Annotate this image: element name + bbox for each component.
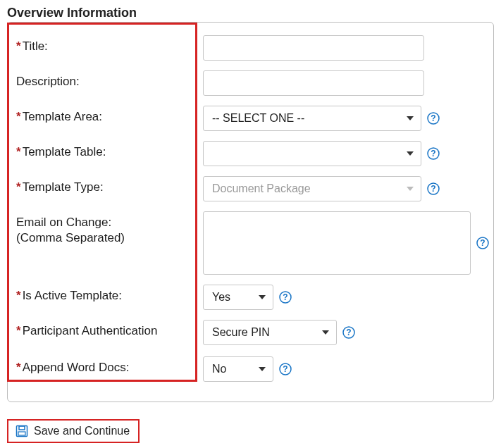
template-type-select: Document Package	[203, 176, 421, 201]
chevron-down-icon	[407, 151, 414, 156]
template-type-label: *Template Type:	[16, 176, 203, 194]
description-input[interactable]	[203, 70, 424, 96]
append-word-label: *Append Word Docs:	[16, 356, 203, 375]
save-and-continue-button[interactable]: Save and Continue	[7, 419, 140, 443]
page-heading: Overview Information	[7, 6, 494, 20]
email-on-change-help-icon[interactable]: ?	[476, 237, 489, 249]
is-active-help-icon[interactable]: ?	[279, 291, 292, 304]
participant-auth-label: *Participant Authentication	[16, 320, 203, 338]
svg-rect-16	[18, 432, 25, 435]
svg-rect-15	[19, 426, 25, 430]
template-table-select[interactable]	[203, 141, 421, 166]
svg-text:?: ?	[431, 113, 435, 123]
chevron-down-icon	[259, 367, 266, 371]
chevron-down-icon	[407, 116, 414, 120]
is-active-select[interactable]: Yes	[203, 285, 273, 310]
template-area-select[interactable]: -- SELECT ONE --	[203, 106, 421, 131]
save-and-continue-label: Save and Continue	[34, 425, 130, 437]
chevron-down-icon	[407, 187, 414, 191]
chevron-down-icon	[322, 330, 329, 335]
participant-auth-help-icon[interactable]: ?	[342, 326, 355, 339]
svg-text:?: ?	[346, 328, 351, 337]
is-active-label: *Is Active Template:	[16, 285, 203, 303]
svg-text:?: ?	[431, 184, 435, 194]
template-table-label: *Template Table:	[16, 141, 203, 159]
append-word-select[interactable]: No	[203, 356, 273, 382]
template-area-label: *Template Area:	[16, 106, 203, 124]
email-on-change-input[interactable]	[203, 211, 471, 275]
title-input[interactable]	[203, 35, 424, 61]
chevron-down-icon	[259, 295, 266, 299]
description-label: Description:	[16, 70, 203, 89]
title-label: *Title:	[16, 35, 203, 54]
svg-text:?: ?	[480, 238, 485, 248]
svg-text:?: ?	[283, 292, 287, 302]
overview-panel: *Title: Description: *Template Area: -- …	[7, 22, 494, 402]
svg-text:?: ?	[283, 364, 287, 374]
svg-text:?: ?	[431, 149, 435, 158]
template-area-help-icon[interactable]: ?	[427, 112, 440, 125]
append-word-help-icon[interactable]: ?	[279, 363, 292, 375]
template-type-help-icon[interactable]: ?	[427, 182, 440, 195]
save-icon	[16, 425, 28, 437]
template-table-help-icon[interactable]: ?	[427, 147, 440, 160]
participant-auth-select[interactable]: Secure PIN	[203, 320, 337, 345]
email-on-change-label: Email on Change: (Comma Separated)	[16, 211, 203, 245]
